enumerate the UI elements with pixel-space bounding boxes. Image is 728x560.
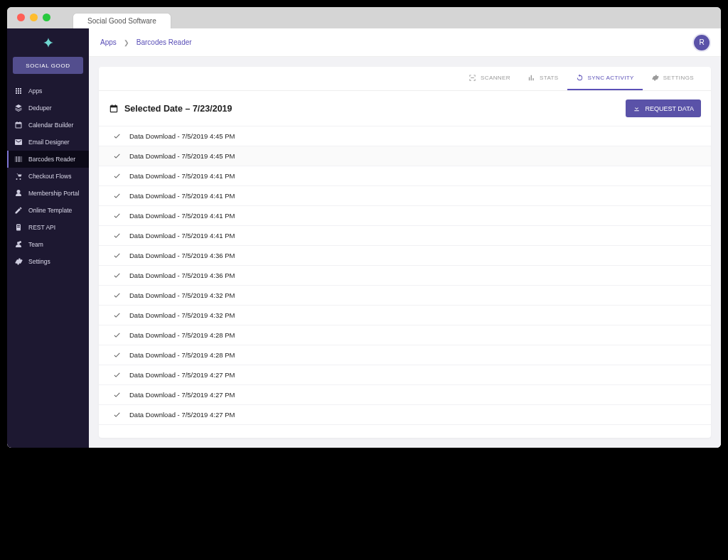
sidebar-item-membership-portal[interactable]: Membership Portal	[7, 185, 89, 202]
scan-icon	[469, 74, 476, 82]
api-icon	[14, 223, 23, 232]
team-icon	[14, 240, 23, 249]
layers-icon	[14, 104, 23, 112]
check-icon	[113, 132, 121, 140]
sync-icon	[576, 74, 584, 82]
cart-icon	[14, 172, 23, 181]
check-icon	[113, 391, 121, 399]
email-icon	[14, 138, 23, 146]
tab-sync-activity[interactable]: SYNC ACTIVITY	[567, 67, 643, 90]
activity-row[interactable]: Data Download - 7/5/2019 4:41 PM	[99, 186, 711, 206]
sidebar-item-deduper[interactable]: Deduper	[7, 99, 89, 117]
barcode-icon	[14, 155, 23, 163]
browser-tab[interactable]: Social Good Software	[73, 13, 171, 28]
account-icon	[14, 189, 23, 198]
activity-row[interactable]: Data Download - 7/5/2019 4:32 PM	[99, 286, 711, 306]
activity-text: Data Download - 7/5/2019 4:28 PM	[129, 351, 235, 359]
pencil-icon	[14, 206, 23, 215]
activity-row[interactable]: Data Download - 7/5/2019 4:28 PM	[99, 325, 711, 345]
pencil-icon	[14, 206, 23, 215]
apps-icon	[14, 87, 23, 95]
activity-row[interactable]: Data Download - 7/5/2019 4:45 PM	[99, 126, 711, 146]
activity-text: Data Download - 7/5/2019 4:41 PM	[129, 172, 235, 180]
brand-button[interactable]: SOCIAL GOOD	[13, 57, 83, 74]
check-icon	[113, 331, 121, 339]
layers-icon	[14, 104, 23, 112]
activity-text: Data Download - 7/5/2019 4:32 PM	[129, 291, 235, 299]
maximize-window-icon[interactable]	[43, 14, 50, 21]
tab-stats[interactable]: STATS	[519, 67, 567, 90]
main-area: Apps ❯ Barcodes Reader R SCANNERSTATSSYN…	[89, 28, 721, 448]
sync-icon	[576, 74, 584, 82]
panel-title-text: Selected Date – 7/23/2019	[124, 104, 232, 114]
activity-row[interactable]: Data Download - 7/5/2019 4:28 PM	[99, 345, 711, 365]
tab-scanner[interactable]: SCANNER	[460, 67, 519, 90]
activity-row[interactable]: Data Download - 7/5/2019 4:27 PM	[99, 385, 711, 405]
sidebar-item-label: Apps	[28, 87, 42, 95]
check-icon	[113, 172, 121, 180]
activity-text: Data Download - 7/5/2019 4:41 PM	[129, 192, 235, 200]
chevron-right-icon: ❯	[124, 39, 129, 46]
barcode-icon	[14, 155, 23, 163]
activity-row[interactable]: Data Download - 7/5/2019 4:45 PM	[99, 146, 711, 166]
avatar-letter: R	[699, 38, 704, 46]
sidebar-nav: AppsDeduperCalendar BuilderEmail Designe…	[7, 82, 89, 270]
activity-row[interactable]: Data Download - 7/5/2019 4:36 PM	[99, 246, 711, 266]
activity-text: Data Download - 7/5/2019 4:36 PM	[129, 271, 235, 279]
cart-icon	[14, 172, 23, 181]
request-data-button[interactable]: REQUEST DATA	[626, 99, 701, 117]
sub-tabs: SCANNERSTATSSYNC ACTIVITYSETTINGS	[99, 67, 711, 91]
activity-row[interactable]: Data Download - 7/5/2019 4:27 PM	[99, 405, 711, 425]
sidebar-item-team[interactable]: Team	[7, 236, 89, 253]
close-window-icon[interactable]	[17, 14, 25, 21]
sidebar-item-apps[interactable]: Apps	[7, 82, 89, 99]
sidebar-item-email-designer[interactable]: Email Designer	[7, 134, 89, 151]
browser-tab-title: Social Good Software	[87, 17, 156, 25]
activity-text: Data Download - 7/5/2019 4:45 PM	[129, 132, 235, 140]
minimize-window-icon[interactable]	[30, 14, 38, 21]
activity-row[interactable]: Data Download - 7/5/2019 4:36 PM	[99, 266, 711, 286]
check-icon	[113, 311, 121, 319]
activity-row[interactable]: Data Download - 7/5/2019 4:27 PM	[99, 365, 711, 385]
panel: SCANNERSTATSSYNC ACTIVITYSETTINGS Select…	[99, 67, 711, 438]
subtab-label: SETTINGS	[663, 75, 694, 81]
activity-row[interactable]: Data Download - 7/5/2019 4:41 PM	[99, 226, 711, 246]
activity-row[interactable]: Data Download - 7/5/2019 4:41 PM	[99, 166, 711, 186]
breadcrumb-current[interactable]: Barcodes Reader	[136, 38, 192, 46]
check-icon	[113, 291, 121, 299]
sidebar-item-settings[interactable]: Settings	[7, 253, 89, 270]
sidebar-item-label: Calendar Builder	[28, 122, 73, 129]
scan-icon	[469, 74, 476, 82]
stats-icon	[528, 74, 535, 82]
activity-row[interactable]: Data Download - 7/5/2019 4:32 PM	[99, 306, 711, 325]
brand-button-label: SOCIAL GOOD	[26, 63, 70, 69]
sidebar-item-label: Email Designer	[28, 139, 70, 146]
sidebar-item-calendar-builder[interactable]: Calendar Builder	[7, 117, 89, 134]
email-icon	[14, 138, 23, 146]
activity-list[interactable]: Data Download - 7/5/2019 4:45 PMData Dow…	[99, 126, 711, 438]
subtab-label: SYNC ACTIVITY	[588, 75, 634, 81]
check-icon	[113, 232, 121, 239]
sidebar-item-checkout-flows[interactable]: Checkout Flows	[7, 168, 89, 185]
tab-settings[interactable]: SETTINGS	[643, 67, 702, 90]
sidebar-item-label: Checkout Flows	[28, 173, 71, 180]
request-data-label: REQUEST DATA	[645, 105, 694, 112]
sidebar-item-label: Deduper	[28, 104, 52, 112]
breadcrumb-root[interactable]: Apps	[100, 38, 117, 46]
sidebar-item-rest-api[interactable]: REST API	[7, 219, 89, 236]
gear-icon	[651, 74, 659, 82]
sidebar-item-label: Team	[28, 241, 43, 248]
activity-row[interactable]: Data Download - 7/5/2019 4:41 PM	[99, 206, 711, 226]
check-icon	[113, 252, 121, 259]
logo[interactable]	[7, 28, 89, 57]
api-icon	[14, 223, 23, 232]
sidebar-item-online-template[interactable]: Online Template	[7, 202, 89, 219]
apps-icon	[14, 87, 23, 95]
activity-text: Data Download - 7/5/2019 4:27 PM	[129, 411, 235, 419]
check-icon	[113, 152, 121, 160]
sidebar-item-label: Membership Portal	[28, 190, 79, 197]
avatar[interactable]: R	[694, 35, 710, 50]
check-icon	[113, 212, 121, 220]
settings-icon	[14, 257, 23, 266]
sidebar-item-barcodes-reader[interactable]: Barcodes Reader	[7, 151, 89, 168]
